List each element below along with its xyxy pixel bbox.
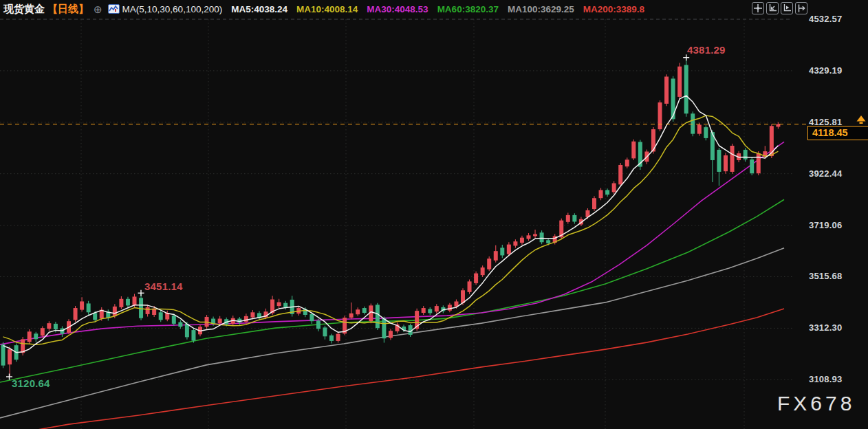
axis-label: 3719.06 [809,220,842,230]
axis-label: 3515.68 [809,271,842,281]
ma200-value: MA200:3389.8 [583,4,644,14]
scale-axis-left-button[interactable] [766,2,779,14]
low-price-annotation: 3120.64 [12,377,50,389]
playback-button[interactable] [781,2,793,14]
price-up-arrow-icon[interactable] [855,115,867,127]
gold-kline-app: { "header": { "symbol": "现货黄金", "timefra… [0,0,868,429]
ma-group-label: MA(5,10,30,60,100,200) [122,4,223,14]
timeframe-label: 【日线】 [47,3,89,16]
mini-kline-icon[interactable] [108,4,120,14]
axis-label: 3108.93 [809,374,842,384]
axis-label: 4532.57 [809,14,842,24]
ma10-value: MA10:4008.14 [296,4,358,14]
axis-label: 4329.19 [809,65,842,76]
peak-price-annotation: 4381.29 [687,44,726,56]
swing-high-annotation: 3451.14 [144,280,183,292]
ma30-value: MA30:4048.53 [367,4,428,14]
kline-chart-canvas[interactable] [0,0,868,429]
go-to-latest-button[interactable] [795,2,807,14]
ma60-value: MA60:3820.37 [437,4,499,14]
axis-label: 3922.44 [809,168,842,179]
crosshair-button[interactable] [752,2,764,14]
axis-label: 3312.30 [809,322,842,333]
circle-plus-icon[interactable]: ⊕ [94,4,102,14]
ma100-value: MA100:3629.25 [508,4,574,14]
fx678-watermark: FX678 [777,392,855,415]
current-price-badge: 4118.45 [807,126,868,140]
symbol-name: 现货黄金 [3,3,45,16]
chart-toolbar [752,2,807,14]
chart-header: 现货黄金 【日线】 ⊕ MA(5,10,30,60,100,200) MA5:4… [3,2,644,16]
ma5-value: MA5:4038.24 [231,4,287,14]
